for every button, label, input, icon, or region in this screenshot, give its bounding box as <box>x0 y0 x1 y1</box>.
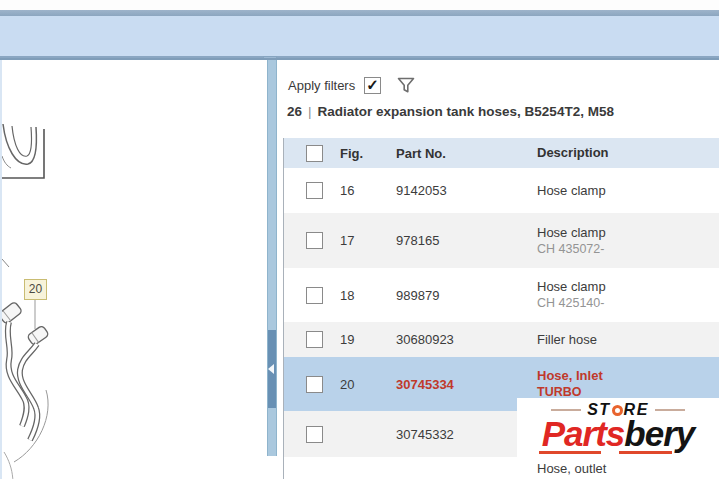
description-line2: CH 425140- <box>537 295 719 311</box>
apply-filters-checkbox[interactable]: ✓ <box>364 77 381 94</box>
table-row[interactable]: 16 9142053 Hose clamp <box>284 168 719 213</box>
part-number: 9142053 <box>396 183 537 198</box>
section-title: 26|Radiator expansion tank hoses, B5254T… <box>287 104 614 119</box>
brand-bery: bery <box>624 414 694 453</box>
panel-splitter[interactable] <box>267 60 277 456</box>
section-name: Radiator expansion tank hoses, B5254T2, … <box>318 104 614 119</box>
part-number: 978165 <box>396 233 537 248</box>
description: Hose, Inlet TURBO <box>537 368 719 400</box>
underline-right <box>619 451 672 454</box>
logo-left-dash <box>551 409 581 411</box>
filter-funnel-icon[interactable] <box>397 77 415 94</box>
column-header-desc[interactable]: Description <box>537 145 719 161</box>
parts-diagram-drawing <box>2 60 269 479</box>
checkmark-icon: ✓ <box>366 76 379 94</box>
top-margin <box>0 0 719 10</box>
row-checkbox[interactable] <box>306 287 323 304</box>
part-number: 30680923 <box>396 332 537 347</box>
description-line2: CH 435072- <box>537 241 719 257</box>
part-number: 30745332 <box>396 427 537 442</box>
select-all-checkbox[interactable] <box>306 145 323 162</box>
underline-left <box>539 451 601 454</box>
brand-wordmark: Partsbery <box>517 417 719 451</box>
description: Hose clamp CH 435072- <box>537 225 719 257</box>
title-separator: | <box>302 104 318 119</box>
row-checkbox[interactable] <box>306 232 323 249</box>
column-header-part[interactable]: Part No. <box>396 146 537 161</box>
apply-filters-label: Apply filters <box>288 78 355 93</box>
table-row[interactable]: 19 30680923 Filler hose <box>284 322 719 357</box>
description: Filler hose <box>537 332 719 348</box>
diagram-panel: 20 <box>0 60 267 479</box>
row-checkbox[interactable] <box>306 182 323 199</box>
header-band <box>0 16 719 58</box>
filters-row: Apply filters ✓ <box>288 74 415 96</box>
column-header-fig[interactable]: Fig. <box>340 146 396 161</box>
app-window: 20 Apply filters ✓ 26|Rad <box>0 0 719 479</box>
table-row[interactable]: 18 989879 Hose clamp CH 425140- <box>284 268 719 322</box>
table-row[interactable]: 17 978165 Hose clamp CH 435072- <box>284 213 719 268</box>
fig-value: 19 <box>340 332 396 347</box>
brand-underlines <box>517 451 719 455</box>
description: Hose clamp <box>537 183 719 199</box>
fig-value: 17 <box>340 233 396 248</box>
collapse-left-icon <box>268 364 274 374</box>
fig-value: 16 <box>340 183 396 198</box>
fig-value: 18 <box>340 288 396 303</box>
brand-parts: Parts <box>542 414 625 453</box>
description-line1: Hose, Inlet <box>537 368 603 383</box>
fig-value: 20 <box>340 377 396 392</box>
part-number-highlighted: 30745334 <box>396 377 537 392</box>
row-checkbox[interactable] <box>306 376 323 393</box>
section-number: 26 <box>287 104 302 119</box>
splitter-handle[interactable] <box>268 330 276 408</box>
partsbery-store-logo: ST RE Partsbery <box>517 398 719 461</box>
table-header-row: Fig. Part No. Description <box>284 138 719 168</box>
row-checkbox[interactable] <box>306 331 323 348</box>
part-number: 989879 <box>396 288 537 303</box>
description: Hose clamp CH 425140- <box>537 279 719 311</box>
description-line1: Hose clamp <box>537 279 606 294</box>
row-checkbox[interactable] <box>306 426 323 443</box>
logo-right-dash <box>655 409 685 411</box>
diagram-callout-20[interactable]: 20 <box>24 279 47 300</box>
description-line1: Hose clamp <box>537 225 606 240</box>
